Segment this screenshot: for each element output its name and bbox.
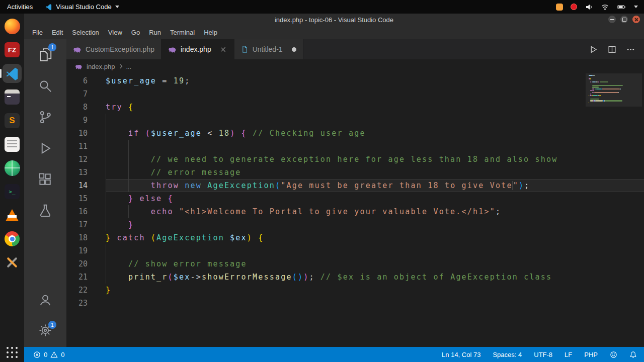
account-button[interactable] — [24, 285, 66, 316]
close-icon[interactable] — [219, 45, 227, 53]
menu-run[interactable]: Run — [144, 27, 166, 38]
vlc-icon[interactable] — [3, 206, 22, 225]
breadcrumb-file[interactable]: index.php — [87, 63, 115, 70]
show-applications-button[interactable] — [6, 346, 19, 359]
line-number: 13 — [66, 166, 88, 179]
run-debug-tab[interactable] — [24, 133, 66, 164]
breadcrumb-more[interactable]: ... — [126, 63, 131, 70]
code-line-19[interactable]: 19 — [66, 244, 644, 257]
web-globe-icon[interactable] — [3, 158, 22, 177]
line-number: 18 — [66, 231, 88, 244]
tools-icon[interactable] — [3, 253, 22, 272]
extensions-tab[interactable] — [24, 164, 66, 195]
search-tab[interactable] — [24, 70, 66, 102]
minimap-slider[interactable] — [586, 73, 642, 107]
code-line-11[interactable]: 11 — [66, 140, 644, 153]
code-line-22[interactable]: 22} — [66, 284, 644, 297]
code-line-21[interactable]: 21 print_r($ex->showErrorMessage()); // … — [66, 270, 644, 284]
sublime-text-icon[interactable]: S — [3, 111, 22, 130]
code-line-18[interactable]: 18} catch (AgeException $ex) { — [66, 231, 644, 244]
terminal-dark-icon[interactable]: >_ — [3, 182, 22, 201]
tab-untitled-1[interactable]: Untitled-1 — [234, 39, 303, 59]
maximize-button[interactable] — [620, 16, 628, 23]
more-actions-button[interactable] — [626, 45, 635, 54]
menu-go[interactable]: Go — [127, 27, 144, 38]
filezilla-icon[interactable]: FZ — [3, 40, 22, 59]
chevron-down-icon — [115, 6, 119, 8]
file-icon — [241, 45, 249, 53]
php-icon — [168, 45, 177, 54]
line-number: 8 — [66, 101, 88, 114]
terminal-icon[interactable] — [3, 87, 22, 107]
problems-indicator[interactable]: 0 0 — [33, 351, 64, 358]
source-control-tab[interactable] — [24, 102, 66, 133]
code-line-12[interactable]: 12 // we need to generate exception here… — [66, 153, 644, 166]
tab-customexception-php[interactable]: CustomException.php — [66, 39, 162, 59]
window-titlebar[interactable]: index.php - topic-06 - Visual Studio Cod… — [24, 14, 644, 26]
terminal-dark-logo: >_ — [5, 184, 20, 199]
explorer-tab[interactable]: 1 — [24, 39, 66, 70]
code-line-8[interactable]: 8try { — [66, 101, 644, 114]
code-line-20[interactable]: 20 // show error message — [66, 257, 644, 270]
vlc-logo — [6, 209, 19, 221]
code-editor[interactable]: 6$user_age = 19;78try {910 if ($user_age… — [66, 73, 644, 347]
vscode-dock-icon[interactable] — [3, 64, 22, 83]
feedback-icon[interactable] — [610, 351, 617, 358]
line-number: 19 — [66, 244, 88, 257]
menu-edit[interactable]: Edit — [47, 27, 67, 38]
firefox-icon[interactable] — [3, 17, 22, 36]
breadcrumb[interactable]: index.php ... — [66, 59, 644, 73]
indent-guide — [106, 205, 106, 218]
line-number: 16 — [66, 205, 88, 218]
indentation-setting[interactable]: Spaces: 4 — [493, 351, 522, 358]
split-editor-button[interactable] — [608, 45, 616, 54]
tab-label: index.php — [181, 45, 211, 53]
menu-terminal[interactable]: Terminal — [166, 27, 199, 38]
code-line-17[interactable]: 17 } — [66, 218, 644, 231]
language-mode[interactable]: PHP — [584, 351, 598, 358]
indent-guide — [106, 257, 106, 270]
status-bar: 0 0 Ln 14, Col 73 Spaces: 4 UTF-8 LF PHP — [24, 347, 644, 362]
bell-icon[interactable] — [629, 351, 637, 358]
code-line-16[interactable]: 16 echo "<h1>Welcome To Portal to give y… — [66, 205, 644, 218]
indent-guide — [106, 114, 106, 127]
ubuntu-dock: FZ S >_ — [0, 14, 24, 362]
code-line-15[interactable]: 15 } else { — [66, 192, 644, 205]
search-icon — [38, 78, 53, 94]
cursor-position[interactable]: Ln 14, Col 73 — [442, 351, 480, 358]
vscode-logo — [5, 66, 20, 81]
system-tray[interactable] — [556, 3, 644, 11]
extensions-icon — [38, 172, 53, 187]
tab-index-php[interactable]: index.php — [162, 39, 234, 59]
chrome-icon[interactable] — [3, 229, 22, 248]
menu-selection[interactable]: Selection — [67, 27, 103, 38]
code-line-9[interactable]: 9 — [66, 114, 644, 127]
tab-bar: CustomException.php index.php Untitled-1 — [66, 39, 644, 59]
code-line-23[interactable]: 23 — [66, 297, 644, 310]
code-line-10[interactable]: 10 if ($user_age < 18) { // Checking use… — [66, 127, 644, 140]
run-button[interactable] — [589, 45, 598, 54]
code-line-13[interactable]: 13 // error message — [66, 166, 644, 179]
testing-tab[interactable] — [24, 195, 66, 226]
line-number: 22 — [66, 284, 88, 297]
encoding-setting[interactable]: UTF-8 — [534, 351, 552, 358]
code-line-7[interactable]: 7 — [66, 87, 644, 101]
menu-file[interactable]: File — [28, 27, 47, 38]
code-line-14[interactable]: 14 throw new AgeException("Age must be g… — [66, 179, 644, 192]
eol-setting[interactable]: LF — [565, 351, 572, 358]
settings-button[interactable]: 1 — [24, 316, 66, 347]
test-flask-icon — [38, 203, 53, 218]
minimap[interactable] — [589, 74, 639, 105]
line-number: 12 — [66, 153, 88, 166]
code-lines[interactable]: 6$user_age = 19;78try {910 if ($user_age… — [66, 74, 644, 310]
close-button[interactable] — [632, 16, 640, 23]
minimize-button[interactable] — [608, 16, 616, 23]
code-line-6[interactable]: 6$user_age = 19; — [66, 74, 644, 87]
text-editor-icon[interactable] — [3, 135, 22, 154]
menu-view[interactable]: View — [104, 27, 127, 38]
activities-button[interactable]: Activities — [0, 0, 40, 14]
account-icon — [38, 293, 53, 308]
menu-help[interactable]: Help — [199, 27, 222, 38]
app-menu[interactable]: Visual Studio Code — [40, 0, 124, 14]
indent-guide — [128, 153, 129, 166]
